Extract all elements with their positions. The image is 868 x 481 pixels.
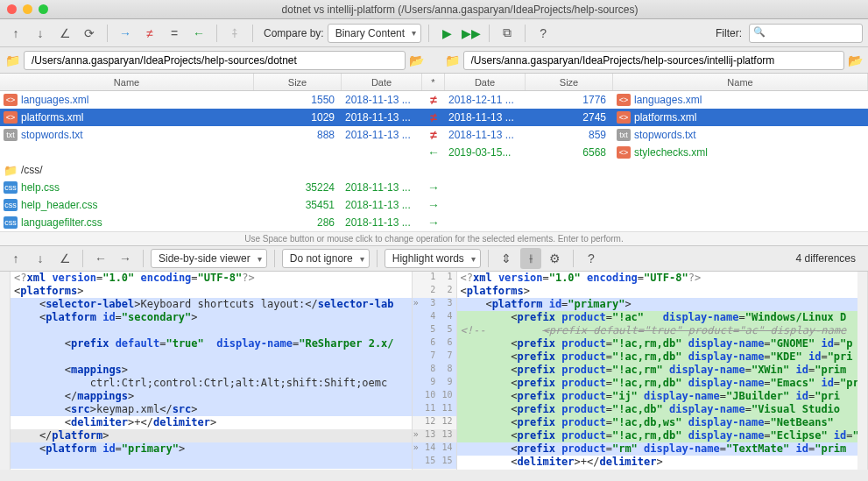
folder-open-icon[interactable]: 📂 <box>848 53 863 67</box>
right-code-pane[interactable]: <?xml version="1.0" encoding="UTF-8"?><p… <box>457 272 858 470</box>
code-line[interactable]: <platforms> <box>457 285 858 298</box>
nav-fwd-icon[interactable]: → <box>115 248 136 269</box>
not-equal-icon[interactable]: ≠ <box>139 23 160 44</box>
window-title: dotnet vs intellij-platform (/Users/anna… <box>59 4 861 16</box>
code-line[interactable]: <prefix product="rm" display-name="TextM… <box>457 442 858 456</box>
table-row[interactable]: <>platforms.xml 1029 2018-11-13 ... ≠ 20… <box>0 109 868 126</box>
table-row[interactable]: txtstopwords.txt 888 2018-11-13 ... ≠ 20… <box>0 126 868 144</box>
code-line[interactable]: <src>keymap.xml</src> <box>11 403 412 416</box>
separator <box>573 250 574 267</box>
arrow-right-icon[interactable]: → <box>427 180 440 195</box>
code-line[interactable]: <prefix product="!ac,rm,db" display-name… <box>457 429 858 442</box>
arrow-right-icon[interactable]: → <box>427 216 440 230</box>
code-line[interactable]: <prefix product="!ac,rm" display-name="X… <box>457 364 858 377</box>
col-size[interactable]: Size <box>254 74 342 90</box>
separator <box>107 25 108 42</box>
close-window[interactable] <box>7 4 17 14</box>
filter-input[interactable] <box>749 24 863 43</box>
sync-right-icon[interactable]: → <box>115 23 136 44</box>
gutter-line: 1212 <box>413 416 456 429</box>
code-line[interactable]: <?xml version="1.0" encoding="UTF-8"?> <box>457 272 858 285</box>
sync-left-icon[interactable]: ← <box>188 23 209 44</box>
table-body: <>languages.xml 1550 2018-11-13 ... ≠ 20… <box>0 91 868 231</box>
separator <box>216 25 217 42</box>
table-row[interactable]: ← 2019-03-15... 6568 <>stylechecks.xml <box>0 144 868 161</box>
code-line[interactable]: <prefix default="true" display-name="ReS… <box>11 337 412 350</box>
col-name-r[interactable]: Name <box>613 74 868 90</box>
table-row[interactable]: 📁/css/ <box>0 161 868 179</box>
code-line[interactable]: <prefix product="!ac,rm,db" display-name… <box>457 337 858 350</box>
table-row[interactable]: <>languages.xml 1550 2018-11-13 ... ≠ 20… <box>0 91 868 109</box>
highlight-combo[interactable]: Highlight words <box>385 249 481 268</box>
code-line[interactable]: <delimiter>+</delimiter> <box>457 456 858 469</box>
edit-source-icon[interactable]: ∠ <box>54 248 75 269</box>
next-diff-button[interactable]: ↓ <box>30 23 51 44</box>
col-date-r[interactable]: Date <box>445 74 526 90</box>
merge-icon[interactable]: ⧉ <box>497 23 518 44</box>
code-line[interactable]: <delimiter>+</delimiter> <box>11 416 412 429</box>
step-icon[interactable]: ▶ <box>436 23 457 44</box>
code-line[interactable]: <selector-label>Keyboard shortcuts layou… <box>11 298 412 311</box>
code-line[interactable]: <platform id="primary"> <box>11 442 412 456</box>
equal-icon[interactable]: = <box>164 23 185 44</box>
edit-icon[interactable]: ∠ <box>54 23 75 44</box>
table-row[interactable]: csshelp_header.css 35451 2018-11-13 ... … <box>0 196 868 214</box>
not-equal-icon[interactable]: ≠ <box>430 128 437 142</box>
arrow-right-icon[interactable]: → <box>427 198 440 212</box>
table-row[interactable]: csshelp.css 35224 2018-11-13 ... → <box>0 179 868 196</box>
ignore-combo[interactable]: Do not ignore <box>282 249 370 268</box>
left-path-field[interactable] <box>24 51 406 70</box>
code-line[interactable] <box>11 350 412 364</box>
settings-icon[interactable]: ⚙ <box>545 248 566 269</box>
arrow-left-icon[interactable]: ← <box>427 145 440 159</box>
code-line[interactable]: <mappings> <box>11 364 412 377</box>
code-line[interactable]: <?xml version="1.0" encoding="UTF-8"?> <box>11 272 412 285</box>
help-icon[interactable]: ? <box>581 248 602 269</box>
col-date[interactable]: Date <box>342 74 422 90</box>
col-size-r[interactable]: Size <box>526 74 613 90</box>
viewer-combo[interactable]: Side-by-side viewer <box>151 249 267 268</box>
left-code-pane[interactable]: <?xml version="1.0" encoding="UTF-8"?><p… <box>11 272 412 470</box>
collapse-icon[interactable]: ⇕ <box>496 248 517 269</box>
run-icon[interactable]: ▶▶ <box>461 23 482 44</box>
code-line[interactable]: <platform id="secondary"> <box>11 311 412 324</box>
code-line[interactable] <box>11 324 412 337</box>
nav-back-icon[interactable]: ← <box>90 248 111 269</box>
code-line[interactable] <box>11 456 412 469</box>
code-line[interactable]: <prefix product="!ac" display-name="Wind… <box>457 311 858 324</box>
right-path-field[interactable] <box>463 51 845 70</box>
refresh-icon[interactable]: ⟳ <box>79 23 100 44</box>
table-row[interactable]: csslanguagefilter.css 286 2018-11-13 ...… <box>0 214 868 231</box>
code-line[interactable]: ctrl:Ctrl;control:Ctrl;alt:Alt;shift:Shi… <box>11 377 412 390</box>
code-line[interactable]: <platform id="primary"> <box>457 298 858 311</box>
not-equal-icon[interactable]: ≠ <box>430 93 437 107</box>
prev-diff-button[interactable]: ↑ <box>5 23 26 44</box>
code-line[interactable]: </mappings> <box>11 390 412 403</box>
next-change-button[interactable]: ↓ <box>30 248 51 269</box>
date-left: 2018-11-13 ... <box>342 94 422 106</box>
code-line[interactable]: <prefix product="!ac,rm,db" display-name… <box>457 377 858 390</box>
code-line[interactable]: <prefix product="!ac,db" display-name="V… <box>457 403 858 416</box>
col-name[interactable]: Name <box>0 74 254 90</box>
maximize-window[interactable] <box>39 4 48 14</box>
code-line[interactable]: <!-- <prefix default="true" product="ac"… <box>457 324 858 337</box>
code-line[interactable]: </platform> <box>11 429 412 442</box>
folder-open-icon[interactable]: 📂 <box>409 53 424 67</box>
minimize-window[interactable] <box>23 4 32 14</box>
prev-change-button[interactable]: ↑ <box>5 248 26 269</box>
separator <box>82 250 83 267</box>
size-left: 1550 <box>254 94 342 106</box>
filter-icon[interactable]: ⤉ <box>224 23 245 44</box>
col-op[interactable]: * <box>422 74 445 90</box>
size-left: 1029 <box>254 111 342 124</box>
code-line[interactable]: <prefix product="!ac,rm,db" display-name… <box>457 350 858 364</box>
not-equal-icon[interactable]: ≠ <box>430 110 437 124</box>
help-icon[interactable]: ? <box>533 23 554 44</box>
code-line[interactable]: <platforms> <box>11 285 412 298</box>
folder-icon: 📁 <box>4 164 18 176</box>
code-line[interactable]: <prefix product="!ac,db,ws" display-name… <box>457 416 858 429</box>
compare-by-combo[interactable]: Binary Content <box>328 24 421 43</box>
path-bar: 📁 📂 📁 📂 <box>0 47 868 74</box>
sync-scroll-icon[interactable]: ⫲ <box>520 248 541 269</box>
code-line[interactable]: <prefix product="ij" display-name="JBuil… <box>457 390 858 403</box>
